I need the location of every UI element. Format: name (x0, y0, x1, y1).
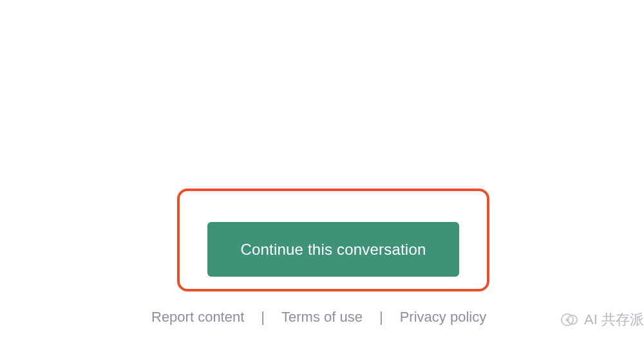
watermark: AI 共存派 (560, 310, 644, 329)
continue-conversation-button[interactable]: Continue this conversation (207, 222, 459, 277)
watermark-text: AI 共存派 (584, 310, 644, 329)
footer-separator: | (261, 309, 265, 326)
privacy-policy-link[interactable]: Privacy policy (400, 309, 486, 326)
continue-button-label: Continue this conversation (240, 241, 426, 259)
watermark-icon (560, 310, 579, 329)
footer-links: Report content | Terms of use | Privacy … (151, 309, 486, 326)
footer-separator: | (379, 309, 383, 326)
svg-point-2 (566, 318, 569, 322)
report-content-link[interactable]: Report content (151, 309, 244, 326)
terms-of-use-link[interactable]: Terms of use (281, 309, 363, 326)
